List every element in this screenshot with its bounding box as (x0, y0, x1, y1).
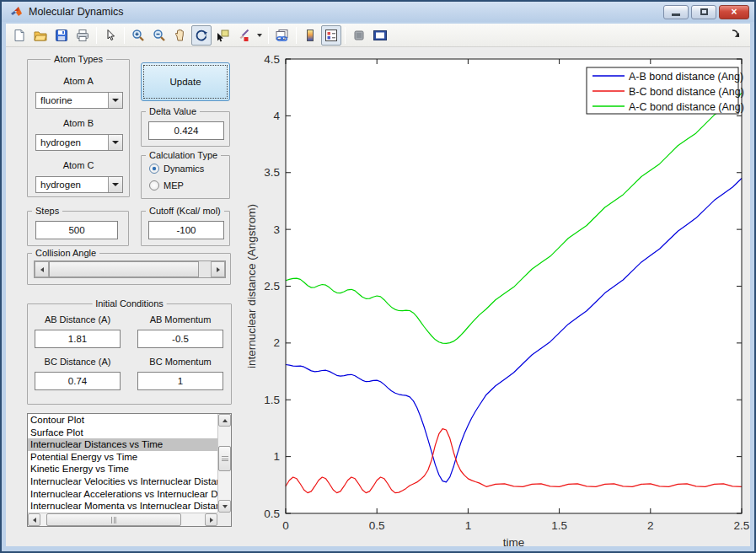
chevron-down-icon (112, 141, 119, 144)
svg-text:2: 2 (647, 519, 654, 532)
group-label: Collision Angle (32, 248, 99, 258)
edit-plot-icon (104, 29, 117, 42)
bc-momentum-label: BC Momentum (137, 357, 223, 367)
show-plot-tools-dock-icon (373, 29, 388, 42)
scroll-up-button[interactable] (218, 414, 231, 427)
toolbar-separator (296, 27, 297, 44)
slider-left-arrow[interactable] (35, 261, 49, 277)
zoom-out-button[interactable] (149, 25, 169, 46)
delta-value-group: Delta Value (141, 111, 230, 147)
combo-arrow-button[interactable] (108, 93, 122, 108)
print-figure-button[interactable] (72, 25, 93, 46)
svg-text:2: 2 (273, 336, 280, 349)
list-item[interactable]: Internuclear Distances vs Time (28, 438, 217, 451)
radio-icon (149, 180, 159, 191)
list-item[interactable]: Surface Plot (28, 427, 217, 439)
svg-text:1: 1 (465, 519, 472, 532)
atom-b-select[interactable]: hydrogen (35, 134, 123, 151)
list-item[interactable]: Internuclear Accelerations vs Internucle… (28, 488, 217, 501)
scroll-left-button[interactable] (28, 513, 40, 526)
rotate-3d-button[interactable] (191, 25, 212, 46)
title-bar[interactable]: Molecular Dynamics × (2, 2, 754, 22)
toolbar-separator (124, 27, 125, 44)
cutoff-input[interactable] (148, 221, 224, 239)
listbox-vertical-scrollbar[interactable] (217, 414, 231, 513)
svg-text:0.5: 0.5 (369, 519, 385, 532)
toolbar-separator (96, 27, 97, 44)
open-file-icon (34, 29, 47, 42)
insert-legend-button[interactable] (321, 25, 341, 46)
list-item[interactable]: Internuclear Momenta vs Internuclear Dis… (28, 500, 217, 513)
brush-dropdown-button[interactable] (255, 25, 265, 46)
toolbar-separator (268, 27, 269, 44)
scroll-down-button[interactable] (218, 500, 231, 513)
ab-distance-input[interactable] (35, 330, 121, 348)
horizontal-scroll-thumb[interactable] (46, 513, 181, 526)
svg-text:4: 4 (273, 110, 280, 122)
link-plots-icon (275, 29, 290, 42)
svg-text:3: 3 (273, 223, 280, 236)
figure-content: 00.511.522.50.511.522.533.544.5timeinter… (6, 24, 750, 546)
bc-momentum-input[interactable] (137, 372, 223, 390)
slider-thumb[interactable] (49, 261, 199, 277)
show-plot-tools-dock-button[interactable] (370, 25, 390, 46)
hide-plot-tools-button[interactable] (349, 25, 369, 46)
list-item[interactable]: Kinetic Energy vs Time (28, 463, 217, 475)
steps-input[interactable] (35, 221, 118, 239)
collision-angle-slider[interactable] (34, 260, 226, 278)
atom-types-group: Atom Types Atom A fluorine Atom B hydrog… (27, 59, 130, 197)
minimize-button[interactable] (663, 5, 689, 19)
vertical-scroll-thumb[interactable] (218, 446, 231, 471)
zoom-in-button[interactable] (128, 25, 148, 46)
radio-mep[interactable]: MEP (149, 180, 184, 191)
brush-data-button[interactable] (233, 25, 254, 46)
dock-figure-icon (730, 28, 742, 40)
save-figure-button[interactable] (51, 25, 72, 46)
combo-arrow-button[interactable] (108, 177, 122, 192)
maximize-icon (700, 8, 708, 15)
scroll-right-button[interactable] (205, 513, 217, 526)
cutoff-group: Cutoff (Kcal/ mol) (141, 211, 230, 246)
close-button[interactable]: × (719, 5, 749, 19)
edit-plot-button[interactable] (100, 25, 121, 46)
svg-text:0.5: 0.5 (264, 507, 280, 520)
svg-text:3.5: 3.5 (264, 166, 280, 179)
data-cursor-button[interactable] (212, 25, 233, 46)
maximize-button[interactable] (691, 5, 716, 19)
combo-arrow-button[interactable] (108, 135, 122, 150)
update-button[interactable]: Update (141, 62, 230, 101)
radio-dynamics[interactable]: Dynamics (149, 164, 204, 174)
list-item[interactable]: Internuclear Velocities vs Internuclear … (28, 475, 217, 488)
delta-value-input[interactable] (148, 121, 224, 140)
atom-c-select[interactable]: hydrogen (35, 176, 123, 193)
pan-button[interactable] (170, 25, 190, 46)
save-figure-icon (55, 29, 68, 42)
calculation-type-group: Calculation Type Dynamics MEP (141, 155, 230, 199)
svg-text:A-B bond distance (Ang): A-B bond distance (Ang) (629, 71, 743, 83)
left-arrow-icon (40, 267, 44, 272)
slider-right-arrow[interactable] (211, 261, 225, 277)
print-figure-icon (76, 29, 89, 42)
colorbar-icon (303, 29, 317, 42)
rotate-3d-icon (195, 29, 208, 42)
legend-icon (324, 29, 338, 42)
new-figure-button[interactable] (9, 25, 29, 46)
list-item[interactable]: Contour Plot (28, 414, 217, 427)
svg-text:internuclear distance (Angstro: internuclear distance (Angstrom) (245, 204, 258, 368)
group-label: Calculation Type (146, 150, 221, 160)
plot-type-listbox[interactable]: Contour PlotSurface PlotInternuclear Dis… (27, 413, 232, 527)
radio-icon (149, 164, 159, 174)
atom-a-select[interactable]: fluorine (35, 92, 123, 109)
link-plots-button[interactable] (272, 25, 292, 46)
svg-text:2.5: 2.5 (734, 519, 750, 532)
open-file-button[interactable] (30, 25, 51, 46)
insert-colorbar-button[interactable] (300, 25, 320, 46)
list-item[interactable]: Potential Energy vs Time (28, 451, 217, 464)
bc-distance-input[interactable] (35, 372, 121, 390)
chevron-down-icon (112, 99, 119, 102)
figure-toolbar (6, 24, 750, 47)
listbox-horizontal-scrollbar[interactable] (28, 513, 217, 526)
dock-figure-button[interactable] (730, 28, 742, 43)
ab-momentum-label: AB Momentum (137, 314, 223, 325)
ab-momentum-input[interactable] (137, 330, 223, 348)
